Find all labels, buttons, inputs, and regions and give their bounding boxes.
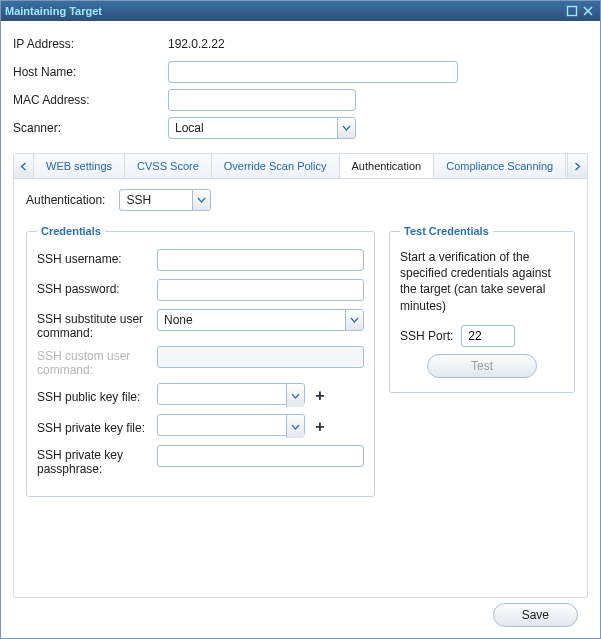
hostname-label: Host Name: (13, 65, 168, 79)
tab-authentication[interactable]: Authentication (340, 154, 435, 178)
tab-content-authentication: Authentication: SSH Credentials SSH user… (13, 179, 588, 598)
ssh-custom-label: SSH custom user command: (37, 346, 157, 377)
close-icon[interactable] (580, 3, 596, 19)
test-credentials-text: Start a verification of the specified cr… (400, 249, 564, 314)
ssh-password-label: SSH password: (37, 279, 157, 296)
window-title: Maintaining Target (5, 5, 102, 17)
window: Maintaining Target IP Address: 192.0.2.2… (0, 0, 601, 639)
authentication-select[interactable]: SSH (119, 189, 211, 211)
chevron-down-icon[interactable] (345, 310, 363, 330)
ssh-privkey-select[interactable] (157, 414, 305, 439)
titlebar: Maintaining Target (1, 1, 600, 21)
ssh-custom-input (157, 346, 364, 368)
ssh-port-input[interactable] (461, 325, 515, 347)
chevron-down-icon[interactable] (286, 415, 304, 438)
scanner-select[interactable]: Local (168, 117, 356, 139)
ssh-passphrase-input[interactable] (157, 445, 364, 467)
ssh-pubkey-select[interactable] (157, 383, 305, 408)
tab-cvss-score[interactable]: CVSS Score (125, 154, 212, 178)
authentication-label: Authentication: (26, 193, 105, 207)
tab-override-scan-policy[interactable]: Override Scan Policy (212, 154, 340, 178)
test-credentials-legend: Test Credentials (400, 225, 493, 237)
ssh-substitute-select[interactable]: None (157, 309, 364, 331)
add-pubkey-button[interactable]: + (311, 387, 329, 405)
ssh-privkey-value (157, 414, 305, 436)
scanner-label: Scanner: (13, 121, 168, 135)
add-privkey-button[interactable]: + (311, 418, 329, 436)
chevron-down-icon[interactable] (192, 190, 210, 210)
ssh-substitute-value: None (157, 309, 364, 331)
ssh-username-input[interactable] (157, 249, 364, 271)
chevron-down-icon[interactable] (337, 118, 355, 138)
ssh-pubkey-value (157, 383, 305, 405)
ip-label: IP Address: (13, 37, 168, 51)
tabs: WEB settings CVSS Score Override Scan Po… (13, 153, 588, 179)
tab-web-settings[interactable]: WEB settings (34, 154, 125, 178)
mac-label: MAC Address: (13, 93, 168, 107)
credentials-legend: Credentials (37, 225, 105, 237)
svg-rect-0 (568, 7, 577, 16)
ssh-username-label: SSH username: (37, 249, 157, 266)
test-credentials-fieldset: Test Credentials Start a verification of… (389, 225, 575, 393)
ssh-privkey-label: SSH private key file: (37, 418, 157, 435)
ssh-passphrase-label: SSH private key passphrase: (37, 445, 157, 476)
ssh-port-label: SSH Port: (400, 329, 453, 343)
hostname-input[interactable] (168, 61, 458, 83)
ssh-pubkey-label: SSH public key file: (37, 387, 157, 404)
tab-scroll-left[interactable] (14, 154, 34, 178)
ssh-password-input[interactable] (157, 279, 364, 301)
footer: Save (13, 598, 588, 632)
mac-input[interactable] (168, 89, 356, 111)
ssh-substitute-label: SSH substitute user command: (37, 309, 157, 340)
scanner-value: Local (168, 117, 356, 139)
tab-compliance-scanning[interactable]: Compliance Scanning (434, 154, 566, 178)
test-button[interactable]: Test (427, 354, 537, 378)
ip-value: 192.0.2.22 (168, 37, 225, 51)
tab-scroll-right[interactable] (567, 154, 587, 178)
save-button[interactable]: Save (493, 603, 578, 627)
chevron-down-icon[interactable] (286, 384, 304, 407)
maximize-icon[interactable] (564, 3, 580, 19)
credentials-fieldset: Credentials SSH username: SSH password: … (26, 225, 375, 497)
